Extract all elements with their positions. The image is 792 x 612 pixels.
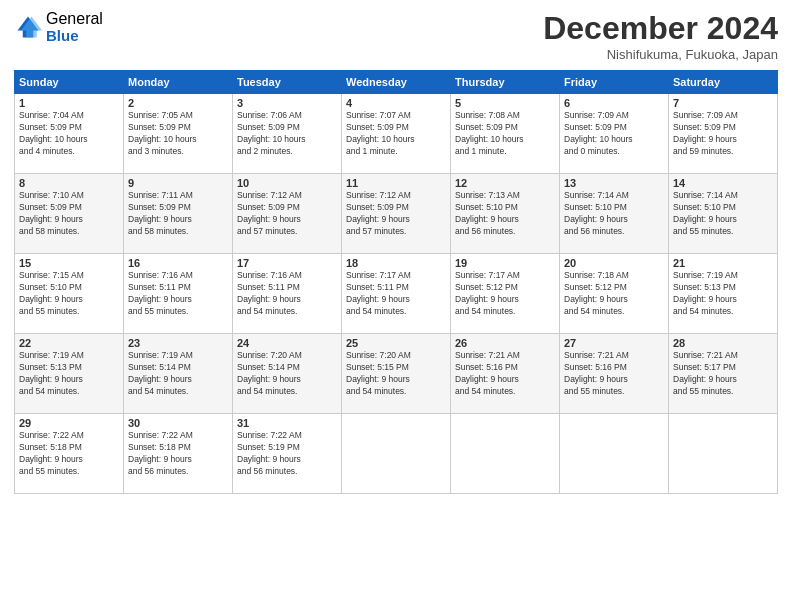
calendar-cell: 28Sunrise: 7:21 AMSunset: 5:17 PMDayligh…	[669, 334, 778, 414]
day-info: Sunrise: 7:12 AMSunset: 5:09 PMDaylight:…	[237, 190, 337, 238]
logo-text: General Blue	[46, 10, 103, 44]
calendar-cell: 11Sunrise: 7:12 AMSunset: 5:09 PMDayligh…	[342, 174, 451, 254]
day-number: 4	[346, 97, 446, 109]
day-number: 13	[564, 177, 664, 189]
logo-general: General	[46, 10, 103, 28]
week-row-2: 8Sunrise: 7:10 AMSunset: 5:09 PMDaylight…	[15, 174, 778, 254]
day-info: Sunrise: 7:21 AMSunset: 5:17 PMDaylight:…	[673, 350, 773, 398]
calendar-cell: 21Sunrise: 7:19 AMSunset: 5:13 PMDayligh…	[669, 254, 778, 334]
col-header-thursday: Thursday	[451, 71, 560, 94]
day-info: Sunrise: 7:13 AMSunset: 5:10 PMDaylight:…	[455, 190, 555, 238]
calendar-cell: 18Sunrise: 7:17 AMSunset: 5:11 PMDayligh…	[342, 254, 451, 334]
day-info: Sunrise: 7:22 AMSunset: 5:19 PMDaylight:…	[237, 430, 337, 478]
day-info: Sunrise: 7:05 AMSunset: 5:09 PMDaylight:…	[128, 110, 228, 158]
day-number: 18	[346, 257, 446, 269]
calendar-cell: 22Sunrise: 7:19 AMSunset: 5:13 PMDayligh…	[15, 334, 124, 414]
col-header-tuesday: Tuesday	[233, 71, 342, 94]
day-info: Sunrise: 7:22 AMSunset: 5:18 PMDaylight:…	[128, 430, 228, 478]
day-info: Sunrise: 7:20 AMSunset: 5:15 PMDaylight:…	[346, 350, 446, 398]
day-number: 29	[19, 417, 119, 429]
day-number: 12	[455, 177, 555, 189]
day-info: Sunrise: 7:10 AMSunset: 5:09 PMDaylight:…	[19, 190, 119, 238]
calendar-cell: 24Sunrise: 7:20 AMSunset: 5:14 PMDayligh…	[233, 334, 342, 414]
col-header-saturday: Saturday	[669, 71, 778, 94]
day-number: 27	[564, 337, 664, 349]
day-info: Sunrise: 7:17 AMSunset: 5:11 PMDaylight:…	[346, 270, 446, 318]
day-number: 31	[237, 417, 337, 429]
col-header-wednesday: Wednesday	[342, 71, 451, 94]
calendar-cell	[669, 414, 778, 494]
header: General Blue December 2024 Nishifukuma, …	[14, 10, 778, 62]
day-number: 28	[673, 337, 773, 349]
day-info: Sunrise: 7:16 AMSunset: 5:11 PMDaylight:…	[237, 270, 337, 318]
day-info: Sunrise: 7:21 AMSunset: 5:16 PMDaylight:…	[455, 350, 555, 398]
day-number: 15	[19, 257, 119, 269]
day-info: Sunrise: 7:16 AMSunset: 5:11 PMDaylight:…	[128, 270, 228, 318]
day-number: 14	[673, 177, 773, 189]
calendar-cell	[342, 414, 451, 494]
calendar-cell: 8Sunrise: 7:10 AMSunset: 5:09 PMDaylight…	[15, 174, 124, 254]
calendar-cell: 30Sunrise: 7:22 AMSunset: 5:18 PMDayligh…	[124, 414, 233, 494]
day-info: Sunrise: 7:19 AMSunset: 5:14 PMDaylight:…	[128, 350, 228, 398]
calendar-cell: 9Sunrise: 7:11 AMSunset: 5:09 PMDaylight…	[124, 174, 233, 254]
calendar-cell: 15Sunrise: 7:15 AMSunset: 5:10 PMDayligh…	[15, 254, 124, 334]
logo-icon	[14, 13, 42, 41]
calendar-cell: 26Sunrise: 7:21 AMSunset: 5:16 PMDayligh…	[451, 334, 560, 414]
day-number: 16	[128, 257, 228, 269]
month-title: December 2024	[543, 10, 778, 47]
calendar-cell: 13Sunrise: 7:14 AMSunset: 5:10 PMDayligh…	[560, 174, 669, 254]
col-header-friday: Friday	[560, 71, 669, 94]
calendar-cell: 17Sunrise: 7:16 AMSunset: 5:11 PMDayligh…	[233, 254, 342, 334]
location: Nishifukuma, Fukuoka, Japan	[543, 47, 778, 62]
col-header-sunday: Sunday	[15, 71, 124, 94]
calendar-cell	[560, 414, 669, 494]
col-header-monday: Monday	[124, 71, 233, 94]
day-info: Sunrise: 7:17 AMSunset: 5:12 PMDaylight:…	[455, 270, 555, 318]
day-info: Sunrise: 7:19 AMSunset: 5:13 PMDaylight:…	[673, 270, 773, 318]
calendar-cell: 23Sunrise: 7:19 AMSunset: 5:14 PMDayligh…	[124, 334, 233, 414]
calendar-cell: 31Sunrise: 7:22 AMSunset: 5:19 PMDayligh…	[233, 414, 342, 494]
day-info: Sunrise: 7:09 AMSunset: 5:09 PMDaylight:…	[673, 110, 773, 158]
day-info: Sunrise: 7:18 AMSunset: 5:12 PMDaylight:…	[564, 270, 664, 318]
day-info: Sunrise: 7:12 AMSunset: 5:09 PMDaylight:…	[346, 190, 446, 238]
day-number: 2	[128, 97, 228, 109]
day-info: Sunrise: 7:14 AMSunset: 5:10 PMDaylight:…	[564, 190, 664, 238]
calendar-cell: 3Sunrise: 7:06 AMSunset: 5:09 PMDaylight…	[233, 94, 342, 174]
logo-blue: Blue	[46, 28, 103, 45]
day-number: 7	[673, 97, 773, 109]
day-info: Sunrise: 7:11 AMSunset: 5:09 PMDaylight:…	[128, 190, 228, 238]
day-number: 23	[128, 337, 228, 349]
calendar-cell: 6Sunrise: 7:09 AMSunset: 5:09 PMDaylight…	[560, 94, 669, 174]
logo: General Blue	[14, 10, 103, 44]
day-info: Sunrise: 7:08 AMSunset: 5:09 PMDaylight:…	[455, 110, 555, 158]
calendar-cell: 5Sunrise: 7:08 AMSunset: 5:09 PMDaylight…	[451, 94, 560, 174]
calendar-table: SundayMondayTuesdayWednesdayThursdayFrid…	[14, 70, 778, 494]
day-number: 5	[455, 97, 555, 109]
calendar-cell: 19Sunrise: 7:17 AMSunset: 5:12 PMDayligh…	[451, 254, 560, 334]
calendar-cell: 2Sunrise: 7:05 AMSunset: 5:09 PMDaylight…	[124, 94, 233, 174]
week-row-4: 22Sunrise: 7:19 AMSunset: 5:13 PMDayligh…	[15, 334, 778, 414]
day-info: Sunrise: 7:04 AMSunset: 5:09 PMDaylight:…	[19, 110, 119, 158]
day-number: 1	[19, 97, 119, 109]
day-number: 10	[237, 177, 337, 189]
day-number: 11	[346, 177, 446, 189]
day-info: Sunrise: 7:19 AMSunset: 5:13 PMDaylight:…	[19, 350, 119, 398]
calendar-cell	[451, 414, 560, 494]
day-number: 20	[564, 257, 664, 269]
week-row-3: 15Sunrise: 7:15 AMSunset: 5:10 PMDayligh…	[15, 254, 778, 334]
day-info: Sunrise: 7:22 AMSunset: 5:18 PMDaylight:…	[19, 430, 119, 478]
day-number: 6	[564, 97, 664, 109]
title-block: December 2024 Nishifukuma, Fukuoka, Japa…	[543, 10, 778, 62]
day-info: Sunrise: 7:14 AMSunset: 5:10 PMDaylight:…	[673, 190, 773, 238]
day-info: Sunrise: 7:07 AMSunset: 5:09 PMDaylight:…	[346, 110, 446, 158]
day-info: Sunrise: 7:06 AMSunset: 5:09 PMDaylight:…	[237, 110, 337, 158]
day-number: 19	[455, 257, 555, 269]
day-number: 9	[128, 177, 228, 189]
day-info: Sunrise: 7:09 AMSunset: 5:09 PMDaylight:…	[564, 110, 664, 158]
calendar-cell: 25Sunrise: 7:20 AMSunset: 5:15 PMDayligh…	[342, 334, 451, 414]
day-number: 26	[455, 337, 555, 349]
calendar-cell: 16Sunrise: 7:16 AMSunset: 5:11 PMDayligh…	[124, 254, 233, 334]
day-number: 21	[673, 257, 773, 269]
day-number: 30	[128, 417, 228, 429]
page: General Blue December 2024 Nishifukuma, …	[0, 0, 792, 612]
